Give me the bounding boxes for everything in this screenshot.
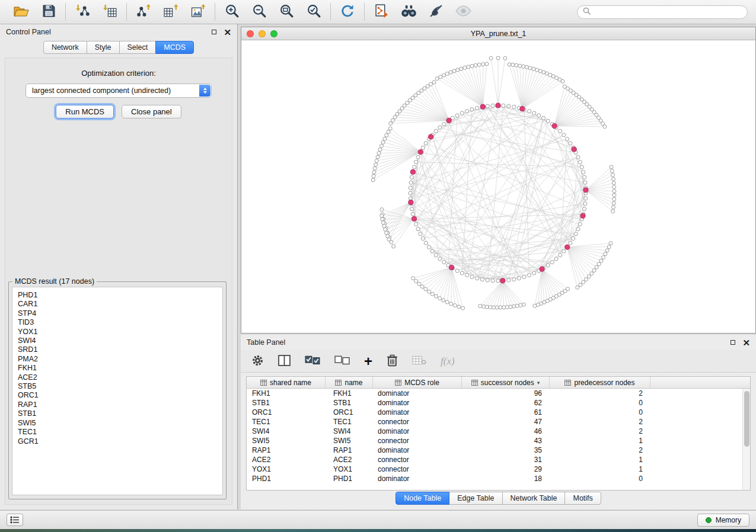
table-row[interactable]: STB1 STB1 dominator 62 0 [247, 398, 742, 408]
export-table-icon [164, 4, 178, 20]
show-columns-button[interactable] [278, 355, 291, 368]
task-history-button[interactable] [7, 514, 23, 526]
create-column-button[interactable]: + [364, 355, 372, 367]
control-panel-tab[interactable]: Select [119, 41, 157, 54]
close-window-icon[interactable] [247, 30, 254, 37]
memory-label: Memory [716, 516, 741, 524]
deselect-all-button[interactable] [334, 355, 350, 367]
table-row[interactable]: PHD1 PHD1 dominator 18 0 [247, 474, 742, 483]
mcds-result-title: MCDS result (17 nodes) [12, 277, 97, 286]
list-icon [10, 516, 20, 524]
table-settings-button[interactable] [251, 354, 264, 368]
table-panel-tab[interactable]: Edge Table [449, 492, 502, 505]
find-button[interactable] [400, 3, 417, 21]
search-input[interactable] [594, 8, 742, 16]
main-toolbar [0, 0, 756, 24]
mcds-result-item[interactable]: STP4 [18, 309, 222, 318]
columns-icon [278, 355, 291, 368]
close-panel-button[interactable]: Close panel [122, 105, 181, 118]
network-canvas[interactable] [241, 40, 755, 333]
close-panel-icon[interactable]: ✕ [224, 28, 231, 37]
save-button[interactable] [40, 3, 58, 21]
mcds-result-item[interactable]: PHD1 [18, 291, 222, 300]
mcds-result-item[interactable]: CAR1 [18, 300, 222, 309]
column-header-mcds-role[interactable]: MCDS role [373, 377, 462, 388]
memory-status-icon [706, 517, 712, 523]
mcds-result-item[interactable]: STB1 [18, 409, 222, 418]
mcds-result-item[interactable]: RAP1 [18, 400, 222, 409]
table-row[interactable]: RAP1 RAP1 dominator 35 2 [247, 446, 742, 455]
mcds-result-item[interactable]: TID3 [18, 318, 222, 327]
mcds-result-item[interactable]: PMA2 [18, 355, 222, 364]
memory-button[interactable]: Memory [697, 514, 749, 527]
zoom-fit-button[interactable] [277, 3, 295, 21]
float-panel-icon[interactable] [731, 340, 735, 345]
mcds-result-item[interactable]: STB5 [18, 382, 222, 391]
export-table-button[interactable] [162, 3, 180, 21]
sort-caret-icon: ▾ [537, 380, 540, 386]
column-header-shared-name[interactable]: shared name [247, 377, 326, 388]
mcds-result-item[interactable]: TEC1 [18, 428, 222, 437]
refresh-button[interactable] [339, 3, 356, 21]
mcds-result-item[interactable]: ORC1 [18, 391, 222, 400]
function-builder-button[interactable]: f(x) [441, 355, 455, 367]
table-row[interactable]: SWI4 SWI4 dominator 46 2 [247, 427, 742, 436]
zoom-selected-button[interactable] [305, 3, 323, 21]
delete-table-button[interactable] [412, 355, 426, 367]
table-row[interactable]: SWI5 SWI5 connector 43 1 [247, 436, 742, 446]
clone-network-button[interactable] [372, 3, 390, 21]
column-grid-icon [395, 380, 401, 386]
status-bar: Memory [0, 510, 756, 529]
minimize-window-icon[interactable] [259, 30, 266, 37]
checked-boxes-icon [305, 355, 320, 367]
desktop-background [0, 529, 756, 532]
control-panel-tab[interactable]: Network [43, 41, 87, 54]
table-row[interactable]: ORC1 ORC1 dominator 61 0 [247, 408, 742, 417]
table-row[interactable]: FKH1 FKH1 dominator 96 2 [247, 389, 742, 398]
mcds-result-item[interactable]: FKH1 [18, 364, 222, 373]
control-panel-tab[interactable]: Style [87, 41, 120, 54]
optimization-criterion-select[interactable]: largest connected component (undirected) [25, 84, 212, 98]
run-mcds-button[interactable]: Run MCDS [56, 105, 114, 118]
mcds-result-item[interactable]: SRD1 [18, 345, 222, 354]
import-table-button[interactable] [101, 3, 119, 21]
table-panel-tab[interactable]: Network Table [502, 492, 566, 505]
delete-column-button[interactable] [387, 354, 398, 368]
maximize-window-icon[interactable] [270, 30, 277, 37]
control-panel-title: Control Panel [6, 28, 51, 36]
mcds-result-item[interactable]: ACE2 [18, 373, 222, 382]
zoom-selected-icon [307, 4, 321, 20]
open-file-button[interactable] [12, 3, 30, 21]
table-row[interactable]: TEC1 TEC1 connector 47 2 [247, 417, 742, 427]
table-panel-tab[interactable]: Motifs [564, 492, 601, 505]
table-row[interactable]: YOX1 YOX1 connector 29 1 [247, 464, 742, 474]
import-network-button[interactable] [74, 3, 91, 21]
table-scrollbar[interactable] [742, 389, 750, 490]
zoom-fit-icon [279, 4, 294, 20]
column-header-name[interactable]: name [326, 377, 373, 388]
mcds-result-item[interactable]: GCR1 [18, 437, 222, 446]
zoom-out-button[interactable] [250, 3, 268, 21]
style-toggle-button[interactable] [427, 3, 445, 21]
mcds-result-item[interactable]: SWI5 [18, 419, 222, 428]
table-panel-tab[interactable]: Node Table [395, 492, 449, 505]
mcds-result-item[interactable]: SWI4 [18, 336, 222, 345]
search-field[interactable] [577, 5, 748, 19]
column-header-predecessor-nodes[interactable]: predecessor nodes [550, 377, 650, 388]
network-window: YPA_prune.txt_1 [241, 27, 756, 334]
export-image-button[interactable] [189, 3, 207, 21]
select-all-button[interactable] [305, 355, 320, 367]
export-network-icon [136, 4, 151, 20]
table-row[interactable]: ACE2 ACE2 connector 31 1 [247, 455, 742, 464]
control-panel-titlebar: Control Panel ✕ [0, 24, 237, 40]
float-panel-icon[interactable] [212, 30, 216, 34]
show-hide-button[interactable] [454, 3, 472, 21]
column-header-successor-nodes[interactable]: successor nodes ▾ [462, 377, 550, 388]
zoom-in-button[interactable] [223, 3, 241, 21]
table-scrollbar-thumb[interactable] [744, 391, 749, 447]
mcds-result-item[interactable]: YOX1 [18, 328, 222, 336]
close-panel-icon[interactable]: ✕ [742, 338, 750, 347]
control-panel-tab[interactable]: MCDS [155, 41, 194, 54]
export-network-button[interactable] [135, 3, 152, 21]
table-panel: Table Panel ✕ [241, 335, 756, 509]
